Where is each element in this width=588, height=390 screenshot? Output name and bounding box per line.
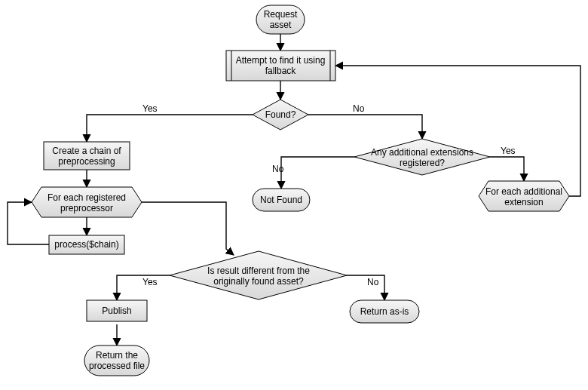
svg-text:processed file: processed file (89, 361, 145, 371)
svg-text:For each registered: For each registered (47, 192, 126, 203)
node-not-found: Not Found (253, 189, 310, 211)
svg-text:process($chain): process($chain) (54, 239, 118, 250)
node-attempt-fallback: Attempt to find it using fallback (226, 51, 335, 81)
svg-text:Found?: Found? (265, 109, 296, 120)
svg-text:Return the: Return the (96, 350, 138, 361)
node-found-decision: Found? (253, 100, 308, 130)
svg-text:registered?: registered? (400, 158, 445, 168)
edge-label-found-no: No (353, 103, 365, 114)
edge-label-isdiff-no: No (367, 277, 379, 287)
node-publish: Publish (87, 300, 147, 321)
svg-text:asset: asset (270, 20, 292, 30)
edge-label-isdiff-yes: Yes (142, 277, 158, 287)
edge-label-anyext-no: No (272, 164, 284, 174)
node-isdiff-decision: Is result different from the originally … (170, 251, 347, 299)
svg-text:For each additional: For each additional (485, 186, 562, 197)
node-return-asis: Return as-is (350, 300, 419, 323)
svg-text:Publish: Publish (102, 306, 131, 316)
svg-text:fallback: fallback (265, 66, 297, 76)
node-request-asset: Request asset (256, 5, 305, 34)
node-return-processed: Return the processed file (84, 345, 149, 376)
svg-text:preprocessor: preprocessor (60, 203, 113, 213)
svg-text:Any additional extensions: Any additional extensions (371, 147, 473, 158)
node-foreach-preprocessor: For each registered preprocessor (32, 187, 142, 217)
svg-text:Request: Request (264, 9, 298, 20)
node-create-chain: Create a chain of preprocessing (44, 142, 130, 170)
node-process-chain: process($chain) (49, 235, 124, 254)
svg-text:Attempt to find it using: Attempt to find it using (236, 55, 326, 66)
svg-text:extension: extension (504, 197, 543, 207)
svg-text:Not Found: Not Found (260, 195, 302, 205)
svg-text:preprocessing: preprocessing (58, 156, 115, 167)
edge-label-found-yes: Yes (142, 103, 158, 114)
edge-label-anyext-yes: Yes (501, 146, 516, 156)
svg-text:Create a chain of: Create a chain of (52, 146, 121, 156)
svg-text:Is result different from the: Is result different from the (207, 266, 310, 276)
svg-text:originally found asset?: originally found asset? (213, 276, 304, 287)
svg-text:Return as-is: Return as-is (360, 306, 409, 317)
node-anyext-decision: Any additional extensions registered? (354, 139, 490, 175)
node-foreach-extension: For each additional extension (479, 181, 569, 211)
